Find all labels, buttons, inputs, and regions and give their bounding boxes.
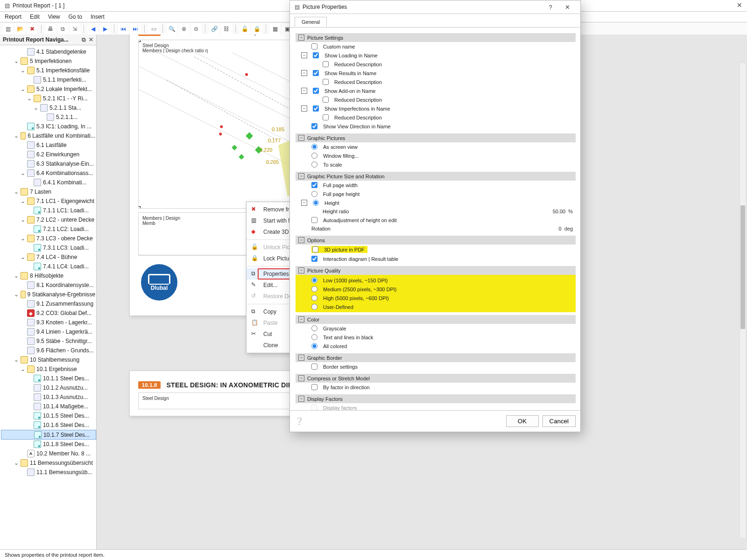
tree-item[interactable]: 5.3 IC1: Loading, In ... (1, 122, 96, 131)
tree-item[interactable]: 11.1 Bemessungsüb... (1, 468, 96, 477)
tree-item[interactable]: 10.1.1 Steel Des... (1, 374, 96, 383)
rad-as-screen[interactable] (311, 144, 317, 150)
dialog-close-icon[interactable]: ✕ (559, 4, 576, 11)
chk-show-addon[interactable] (313, 88, 319, 94)
chk-show-loading[interactable] (313, 52, 319, 58)
tb-next-blue-icon[interactable]: ▶ (100, 24, 110, 34)
tree-item[interactable]: 9.1 Zusammenfassung (1, 299, 96, 308)
rad-to-scale[interactable] (311, 161, 317, 168)
tree-item[interactable]: 7.1.1 LC1: Loadi... (1, 206, 96, 215)
menu-view[interactable]: View (48, 14, 60, 20)
chk-byfactor[interactable] (311, 384, 317, 390)
tree-item[interactable]: ⌄10 Stahlbemessung (1, 355, 96, 364)
tb-new-icon[interactable]: ▥ (3, 24, 13, 34)
chk-autoadjust[interactable] (311, 217, 317, 223)
tree-item[interactable]: 9.3 Knoten - Lagerkr... (1, 318, 96, 327)
tree-item[interactable]: 5.2.1.1... (1, 112, 96, 122)
rad-txtblack[interactable] (311, 334, 317, 340)
tb-export-icon[interactable]: ⇲ (70, 24, 80, 34)
tb-first-icon[interactable]: ⏮ (118, 24, 128, 34)
menu-goto[interactable]: Go to (69, 14, 82, 20)
tb-lock-icon[interactable]: 🔒 (252, 24, 262, 34)
canvas-scrollbar[interactable] (740, 63, 746, 539)
menu-report[interactable]: Report (5, 14, 21, 20)
tree-item[interactable]: 9.6 Flächen - Grunds... (1, 346, 96, 355)
tree-item[interactable]: 6.3 Statikanalyse-Ein... (1, 159, 96, 168)
tree-item[interactable]: A10.2 Member No. 8 ... (1, 449, 96, 458)
tree-item[interactable]: ◆9.2 CO3: Global Def... (1, 308, 96, 318)
tree-item[interactable]: 10.1.4 Maßgebe... (1, 402, 96, 411)
rad-gray[interactable] (311, 325, 317, 331)
tb-link1-icon[interactable]: 🔗 (209, 24, 219, 34)
rad-allcolored[interactable] (311, 343, 317, 349)
tree-item[interactable]: 4.1 Stabendgelenke (1, 47, 96, 56)
tb-unlock-icon[interactable]: 🔓 (240, 24, 250, 34)
tree-item[interactable]: 8.1 Koordinatensyste... (1, 280, 96, 290)
tree-item[interactable]: ⌄7.4 LC4 - Bühne (1, 252, 96, 262)
cancel-button[interactable]: Cancel (543, 415, 576, 427)
tb-link2-icon[interactable]: ⛓ (221, 24, 232, 34)
chk-border[interactable] (311, 364, 317, 370)
tb-fit-icon[interactable]: ▭ (148, 24, 159, 34)
navigator-tree[interactable]: 4.1 Stabendgelenke⌄5 Imperfektionen⌄5.1 … (0, 45, 96, 550)
navigator-undock-icon[interactable]: ⧉ (82, 36, 86, 43)
tree-item[interactable]: 10.1.8 Steel Des... (1, 440, 96, 449)
tree-item[interactable]: ⌄5.2.1.1 Sta... (1, 103, 96, 112)
rad-q-user[interactable] (311, 304, 317, 310)
chk-interaction[interactable] (311, 256, 317, 262)
tree-item[interactable]: 10.1.7 Steel Des... (1, 430, 96, 440)
navigator-close-icon[interactable]: ✕ (89, 36, 93, 43)
tree-item[interactable]: 9.5 Stäbe - Schnittgr... (1, 336, 96, 346)
tree-item[interactable]: ⌄8 Hilfsobjekte (1, 271, 96, 280)
menu-insert[interactable]: Insert (91, 14, 105, 20)
tree-item[interactable]: 7.4.1 LC4: Loadi... (1, 262, 96, 271)
tree-item[interactable]: ⌄7.2 LC2 - untere Decke (1, 215, 96, 224)
tree-item[interactable]: ⌄5.1 Imperfektionsfälle (1, 66, 96, 75)
tree-item[interactable]: 6.4.1 Kombinati... (1, 178, 96, 187)
dialog-help-icon[interactable]: ? (542, 4, 559, 11)
tb-open-icon[interactable]: 📂 (15, 24, 25, 34)
rad-height[interactable] (313, 200, 319, 206)
tb-print-icon[interactable]: 🖶 (45, 24, 56, 34)
tree-item[interactable]: ⌄7.3 LC3 - obere Decke (1, 234, 96, 243)
app-close-icon[interactable]: ✕ (737, 1, 742, 9)
tree-item[interactable]: ⌄11 Bemessungsübersicht (1, 458, 96, 468)
tree-item[interactable]: ⌄6.4 Kombinationsass... (1, 168, 96, 178)
tb-zoom-icon[interactable]: 🔍 (167, 24, 177, 34)
chk-show-imp[interactable] (313, 105, 319, 112)
ok-button[interactable]: OK (506, 415, 539, 427)
chk-3d-pdf[interactable] (312, 246, 318, 252)
rad-full-height[interactable] (311, 191, 317, 197)
chk-reduced-2[interactable] (323, 79, 329, 85)
tree-item[interactable]: 6.1 Lastfälle (1, 140, 96, 150)
chk-reduced-3[interactable] (323, 97, 329, 103)
chk-show-results[interactable] (313, 70, 319, 76)
tab-general[interactable]: General (295, 17, 327, 27)
tb-zoomout-icon[interactable]: ⊖ (191, 24, 201, 34)
tree-item[interactable]: 6.2 Einwirkungen (1, 150, 96, 159)
chk-show-view[interactable] (311, 123, 317, 129)
tree-item[interactable]: ⌄10.1 Ergebnisse (1, 364, 96, 374)
tb-prev-blue-icon[interactable]: ◀ (88, 24, 98, 34)
chk-full-width[interactable] (311, 182, 317, 188)
rad-q-med[interactable] (311, 286, 317, 292)
rad-q-high[interactable] (311, 295, 317, 301)
chk-reduced-4[interactable] (323, 114, 329, 120)
tree-item[interactable]: 5.1.1 Imperfekti... (1, 75, 96, 84)
chk-reduced-1[interactable] (323, 61, 329, 67)
tb-zoomin-icon[interactable]: ⊕ (179, 24, 189, 34)
tree-item[interactable]: ⌄5.2 Lokale Imperfekt... (1, 84, 96, 94)
rad-win-fill[interactable] (311, 153, 317, 159)
rad-q-low[interactable] (311, 277, 317, 283)
tree-item[interactable]: 10.1.6 Steel Des... (1, 420, 96, 430)
tree-item[interactable]: 7.3.1 LC3: Loadi... (1, 243, 96, 252)
tb-last-icon[interactable]: ⏭ (130, 24, 141, 34)
chk-custom-name[interactable] (311, 43, 317, 49)
tree-item[interactable]: 10.1.2 Ausnutzu... (1, 383, 96, 392)
tb-del-icon[interactable]: ✖ (27, 24, 37, 34)
tree-item[interactable]: ⌄9 Statikanalyse-Ergebnisse (1, 290, 96, 299)
tree-item[interactable]: 10.1.3 Ausnutzu... (1, 392, 96, 402)
tree-item[interactable]: ⌄5.2.1 IC1 - -Y Ri... (1, 94, 96, 103)
tb-printset-icon[interactable]: ⧉ (57, 24, 68, 34)
tb-sel-icon[interactable]: ▦ (270, 24, 280, 34)
